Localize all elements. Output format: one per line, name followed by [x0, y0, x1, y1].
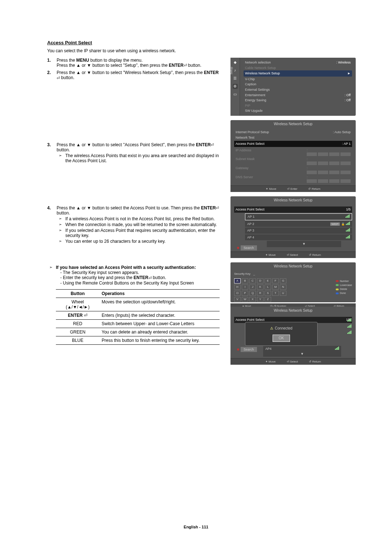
keyboard-key[interactable]: F: [272, 278, 279, 283]
keyboard-key[interactable]: N: [280, 285, 286, 290]
ok-button[interactable]: OK: [273, 335, 290, 342]
keyboard-key[interactable]: K: [257, 285, 264, 290]
enter-word: ENTER: [196, 142, 211, 147]
security-key-value: _: [253, 272, 255, 276]
ap-item-label: AP4: [265, 347, 271, 351]
auth-line: - The Security Key input screen appears.: [56, 270, 220, 275]
button-cell: GREEN: [56, 328, 99, 336]
button-cell: Wheel(▲/▼/◄/►): [56, 298, 99, 311]
enter-word: ENTER: [204, 70, 219, 75]
osd-title: Wireless Network Setup: [230, 196, 356, 204]
table-row: ENTER ⏎Enters (Inputs) the selected char…: [56, 311, 220, 319]
text: button to display the menu.: [89, 58, 142, 63]
nav-hint-move: ✦ Move: [265, 253, 276, 257]
text: Press the ▲ or ▼ button to select the Ac…: [57, 205, 201, 210]
nav-hint-move: ✦ Move: [265, 360, 276, 364]
auth-line: - Enter the security key and press the E…: [56, 275, 220, 280]
osd-menu-item[interactable]: SW Upgade: [244, 108, 352, 114]
button-cell: BLUE: [56, 336, 99, 344]
text: button.: [187, 63, 201, 68]
keyboard-key[interactable]: J: [249, 285, 256, 290]
osd-menu-item: Cable Network Setup: [244, 65, 352, 71]
table-row: GREENYou can delete an already entered c…: [56, 328, 220, 336]
osd-column: ◆ ♪ ☰ ⚙ ▭ Network selection: WirelessCab…: [230, 58, 356, 365]
osd-ap-list: Wireless Network Setup Access Point Sele…: [230, 196, 356, 258]
text: button.: [60, 75, 74, 80]
keyboard-key[interactable]: D: [257, 278, 264, 283]
ap-list-item[interactable]: AP 1: [245, 213, 352, 220]
keyboard-key[interactable]: Z: [265, 297, 271, 302]
keyboard-key[interactable]: T: [272, 291, 279, 296]
osd-menu-item[interactable]: Entertainment: Off: [244, 93, 352, 98]
keyboard-key[interactable]: Y: [257, 297, 264, 302]
onscreen-keyboard[interactable]: ABCDEFGHIJKLMNOPQRSTUVWXYZ: [230, 277, 286, 303]
osd-menu-item[interactable]: Caption: [244, 82, 352, 87]
operation-cell: Switch between Upper- and Lower-Case Let…: [99, 319, 220, 328]
enter-word: ENTER: [201, 205, 216, 210]
search-button[interactable]: Search: [241, 245, 257, 250]
osd-menu-item[interactable]: Network selection: Wireless: [244, 60, 352, 65]
text: Press the ▲ or ▼ button to select "Setup…: [57, 63, 169, 68]
keyboard-key[interactable]: S: [265, 291, 271, 296]
ap-list-item[interactable]: AP 2WEP🔒: [245, 221, 352, 227]
security-key-label: Security Key: [234, 272, 250, 276]
osd-menu-item: PIP: [244, 103, 352, 109]
signal-icon: [347, 331, 351, 334]
keyboard-key[interactable]: P: [242, 291, 248, 296]
nav-hint-move: ✦ Move: [266, 187, 276, 191]
operation-cell: Enters (Inputs) the selected character.: [99, 311, 220, 319]
enter-icon: ⏎: [216, 206, 219, 210]
search-button[interactable]: Search: [241, 347, 257, 352]
osd-menu-item[interactable]: V-Chip: [244, 77, 352, 82]
nav-hint-return: ↺ Return: [308, 187, 320, 191]
osd-menu-item[interactable]: Energy Saving: Off: [244, 98, 352, 103]
keyboard-key[interactable]: R: [257, 291, 264, 296]
ap-list-item[interactable]: AP 4: [245, 234, 352, 241]
text: Press the ▲ or ▼ button to select "Acces…: [57, 142, 196, 147]
scroll-down-icon[interactable]: ▼: [267, 241, 341, 247]
osd-menu-item-disabled: DNS Server:: [234, 175, 352, 184]
warning-icon: ⚠: [270, 326, 273, 330]
keyboard-key[interactable]: O: [234, 291, 241, 296]
operation-cell: Moves the selection up/down/left/right.: [99, 298, 220, 311]
ap-list-item[interactable]: AP 3: [245, 228, 352, 234]
text: Press the ▲ or ▼ button to select "Wirel…: [57, 70, 204, 75]
auth-heading: If you have selected an Access Point wit…: [56, 265, 196, 270]
keyboard-key[interactable]: L: [265, 285, 271, 290]
keyboard-legend: NumberLowercaseDeleteDone: [336, 277, 356, 295]
keyboard-key[interactable]: W: [242, 297, 248, 302]
keyboard-key[interactable]: C: [249, 278, 256, 283]
button-cell: ENTER ⏎: [56, 311, 99, 319]
sub-note: When the connection is made, you will be…: [57, 222, 220, 227]
scroll-down-icon[interactable]: ▼: [263, 351, 341, 357]
setup-icon: ⚙: [233, 84, 238, 89]
ap-select-label: Access Point Select: [236, 207, 265, 212]
osd-menu-item[interactable]: External Settings: [244, 87, 352, 93]
red-dot-icon: [237, 348, 239, 351]
sound-icon: ♪: [233, 68, 238, 73]
table-row: BLUEPress this button to finish entering…: [56, 336, 220, 344]
legend-item: Lowercase: [336, 283, 352, 287]
osd-menu-item[interactable]: Wireless Network Setup►: [244, 70, 352, 77]
keyboard-key[interactable]: Q: [249, 291, 256, 296]
keyboard-key[interactable]: G: [280, 278, 286, 283]
keyboard-key[interactable]: I: [242, 285, 248, 290]
sub-note: You can enter up to 26 characters for a …: [57, 239, 220, 244]
keyboard-key[interactable]: E: [265, 278, 271, 283]
legend-item: Delete: [336, 287, 352, 291]
keyboard-key[interactable]: M: [272, 285, 279, 290]
text: button.: [57, 210, 70, 216]
auth-line: - Using the Remote Control Buttons on th…: [56, 281, 220, 286]
osd-menu-item[interactable]: Network Test: [234, 135, 352, 140]
keyboard-key[interactable]: A: [234, 278, 241, 283]
keyboard-key[interactable]: H: [234, 285, 241, 290]
osd-highlight-row[interactable]: Access Point Select: AP 1: [234, 141, 352, 147]
keyboard-key[interactable]: B: [242, 278, 248, 283]
osd-menu-item[interactable]: Internet Protocol Setup: Auto Setup: [234, 130, 352, 135]
keyboard-key[interactable]: V: [234, 297, 241, 302]
instructions-column: 1. Press the MENU button to display the …: [47, 58, 220, 365]
red-dot-icon: [237, 247, 239, 249]
keyboard-key[interactable]: X: [249, 297, 256, 302]
keyboard-key[interactable]: U: [280, 291, 286, 296]
sub-note: If a wireless Access Point is not in the…: [57, 216, 220, 221]
